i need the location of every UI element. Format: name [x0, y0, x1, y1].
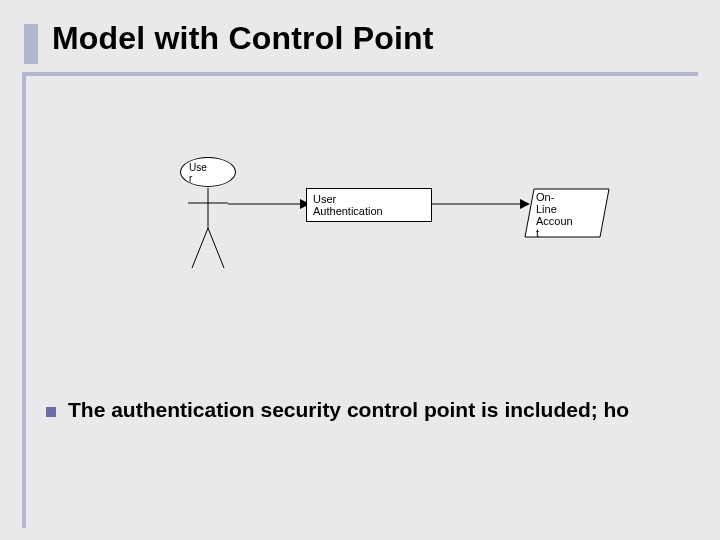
data-label: On-LineAccount: [536, 191, 573, 239]
bullet-icon: [46, 407, 56, 417]
slide: Model with Control Point User: [0, 0, 720, 540]
actor-label-text: User: [189, 162, 207, 184]
arrow-user-to-auth: [228, 197, 310, 215]
bullet-text: The authentication security control poin…: [68, 398, 629, 422]
diagram: User UserAuthentication: [0, 0, 720, 540]
actor-icon: [188, 188, 228, 278]
arrow-auth-to-account: [432, 197, 530, 215]
svg-line-2: [192, 228, 208, 268]
svg-line-3: [208, 228, 224, 268]
data-box: On-LineAccount: [524, 188, 610, 238]
actor-label: User: [180, 157, 236, 187]
process-label: UserAuthentication: [313, 193, 383, 217]
process-box: UserAuthentication: [306, 188, 432, 222]
